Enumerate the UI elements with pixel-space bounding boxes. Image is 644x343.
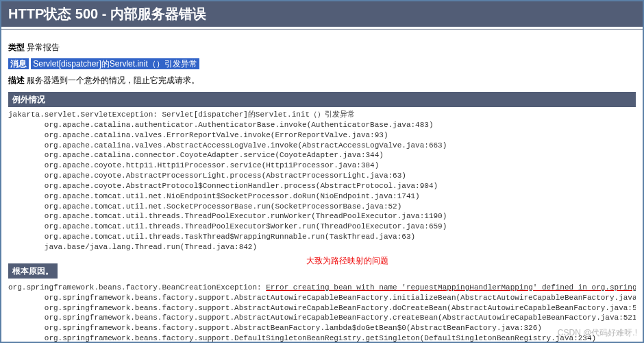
exception-section-header: 例外情况 (8, 92, 636, 107)
description-row: 描述 服务器遇到一个意外的情况，阻止它完成请求。 (8, 74, 636, 86)
page-title: HTTP状态 500 - 内部服务器错误 (1, 1, 643, 27)
root-cause-stacktrace: org.springframework.beans.factory.BeanCr… (8, 283, 636, 343)
type-row: 类型 异常报告 (8, 41, 636, 54)
root-cause-prefix: org.springframework.beans.factory.BeanCr… (8, 283, 266, 292)
watermark: CSDN @代码好难呀.! (558, 327, 637, 339)
root-cause-section-header: 根本原因。 (8, 263, 58, 279)
type-value: 异常报告 (27, 43, 60, 52)
type-label: 类型 (8, 43, 25, 52)
message-row: 消息 Servlet[dispatcher]的Servlet.init（）引发异… (8, 58, 636, 70)
description-value: 服务器遇到一个意外的情况，阻止它完成请求。 (27, 75, 199, 85)
description-label: 描述 (8, 75, 25, 85)
error-content: 类型 异常报告 消息 Servlet[dispatcher]的Servlet.i… (1, 32, 643, 343)
message-label: 消息 (8, 58, 29, 69)
root-cause-highlight: Error creating bean with name 'requestMa… (266, 283, 636, 292)
exception-stacktrace: jakarta.servlet.ServletException: Servle… (8, 110, 636, 252)
annotation-text: 大致为路径映射的问题 (306, 255, 388, 267)
message-value: Servlet[dispatcher]的Servlet.init（）引发异常 (31, 58, 199, 69)
divider (1, 29, 643, 29)
